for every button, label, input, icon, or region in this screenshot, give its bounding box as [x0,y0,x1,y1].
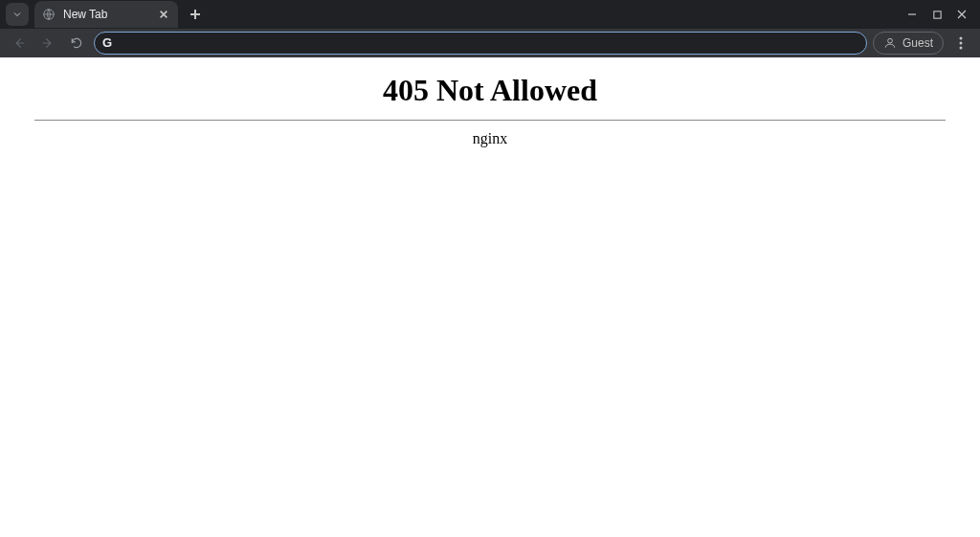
minimize-icon [906,9,918,20]
person-icon [883,36,897,50]
divider [34,120,946,121]
kebab-icon [959,36,963,50]
browser-tab[interactable]: New Tab [34,1,178,28]
google-icon: G [102,36,116,50]
address-bar[interactable]: G [94,32,867,55]
page-content: 405 Not Allowed nginx [0,57,980,537]
arrow-right-icon [41,36,55,50]
forward-button[interactable] [36,32,59,55]
window-close-button[interactable] [949,2,974,27]
svg-point-3 [960,37,963,40]
profile-button[interactable]: Guest [873,32,944,55]
tab-search-button[interactable] [6,3,29,26]
browser-toolbar: G Guest [0,29,980,57]
window-minimize-button[interactable] [900,2,924,27]
tab-close-button[interactable] [157,8,170,21]
window-maximize-button[interactable] [924,2,949,27]
reload-icon [70,36,83,50]
maximize-icon [932,10,943,20]
tab-title: New Tab [63,8,157,21]
close-icon [159,10,168,19]
svg-point-2 [888,38,893,43]
error-heading: 405 Not Allowed [0,73,980,108]
svg-point-4 [960,42,963,45]
arrow-left-icon [12,36,26,50]
window-titlebar: New Tab [0,0,980,29]
menu-button[interactable] [949,32,972,55]
plus-icon [189,9,201,20]
svg-point-5 [960,47,963,50]
back-button[interactable] [8,32,31,55]
chevron-down-icon [11,9,23,20]
reload-button[interactable] [65,32,88,55]
profile-label: Guest [902,36,933,50]
svg-rect-1 [933,11,940,17]
server-name: nginx [0,130,980,147]
new-tab-button[interactable] [184,3,207,26]
close-icon [956,9,968,20]
globe-icon [42,8,56,21]
address-input[interactable] [123,36,858,51]
